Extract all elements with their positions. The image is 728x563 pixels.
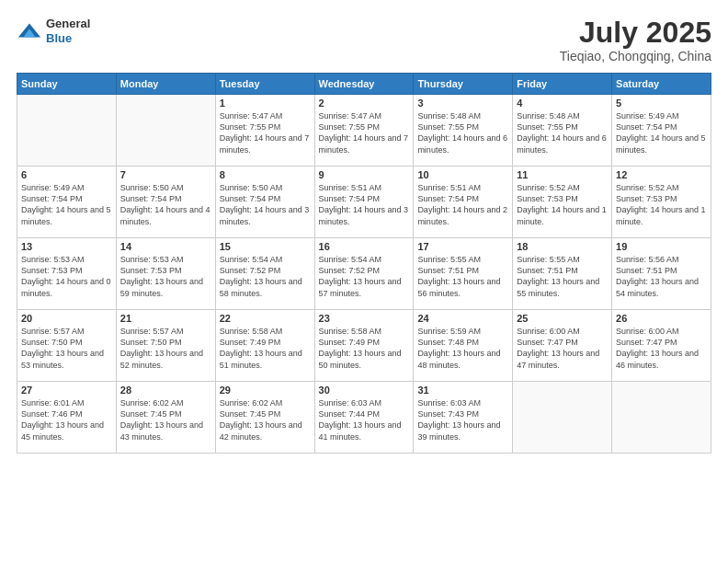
day-number: 26 [616, 313, 707, 324]
weekday-header: Friday [513, 74, 612, 95]
header-row: SundayMondayTuesdayWednesdayThursdayFrid… [17, 74, 711, 95]
weekday-header: Tuesday [215, 74, 314, 95]
calendar-cell: 5Sunrise: 5:49 AMSunset: 7:54 PMDaylight… [612, 95, 711, 167]
calendar-cell: 12Sunrise: 5:52 AMSunset: 7:53 PMDayligh… [612, 167, 711, 238]
main-title: July 2025 [560, 17, 711, 49]
day-info: Sunrise: 6:02 AMSunset: 7:45 PMDaylight:… [220, 397, 311, 442]
calendar-cell: 6Sunrise: 5:49 AMSunset: 7:54 PMDaylight… [17, 167, 117, 238]
weekday-header: Wednesday [314, 74, 414, 95]
day-number: 19 [616, 241, 707, 252]
day-number: 14 [120, 241, 211, 252]
day-info: Sunrise: 5:59 AMSunset: 7:48 PMDaylight:… [417, 326, 508, 371]
day-info: Sunrise: 6:00 AMSunset: 7:47 PMDaylight:… [616, 326, 707, 371]
day-number: 10 [417, 169, 508, 180]
weekday-header: Saturday [612, 74, 711, 95]
day-number: 9 [319, 169, 410, 180]
calendar-cell: 4Sunrise: 5:48 AMSunset: 7:55 PMDaylight… [513, 95, 612, 167]
calendar-cell: 14Sunrise: 5:53 AMSunset: 7:53 PMDayligh… [116, 238, 215, 310]
week-row: 20Sunrise: 5:57 AMSunset: 7:50 PMDayligh… [17, 310, 711, 382]
calendar-cell: 19Sunrise: 5:56 AMSunset: 7:51 PMDayligh… [612, 238, 711, 310]
calendar-cell: 2Sunrise: 5:47 AMSunset: 7:55 PMDaylight… [314, 95, 414, 167]
calendar-cell: 26Sunrise: 6:00 AMSunset: 7:47 PMDayligh… [612, 310, 711, 382]
day-number: 16 [319, 241, 410, 252]
calendar-cell: 22Sunrise: 5:58 AMSunset: 7:49 PMDayligh… [215, 310, 314, 382]
day-number: 21 [120, 313, 211, 324]
day-info: Sunrise: 6:03 AMSunset: 7:43 PMDaylight:… [417, 397, 508, 442]
weekday-header: Monday [116, 74, 215, 95]
day-info: Sunrise: 6:02 AMSunset: 7:45 PMDaylight:… [120, 397, 211, 442]
day-number: 11 [517, 169, 608, 180]
logo-text: General Blue [46, 17, 90, 45]
day-info: Sunrise: 5:51 AMSunset: 7:54 PMDaylight:… [319, 182, 410, 227]
calendar-cell [116, 95, 215, 167]
day-info: Sunrise: 5:48 AMSunset: 7:55 PMDaylight:… [517, 110, 608, 155]
logo-icon [17, 18, 42, 44]
day-info: Sunrise: 5:56 AMSunset: 7:51 PMDaylight:… [616, 254, 707, 299]
day-number: 24 [417, 313, 508, 324]
calendar-cell: 30Sunrise: 6:03 AMSunset: 7:44 PMDayligh… [314, 382, 414, 454]
day-info: Sunrise: 5:55 AMSunset: 7:51 PMDaylight:… [417, 254, 508, 299]
day-number: 3 [417, 98, 508, 109]
day-number: 31 [417, 385, 508, 396]
day-number: 30 [319, 385, 410, 396]
day-info: Sunrise: 5:53 AMSunset: 7:53 PMDaylight:… [120, 254, 211, 299]
calendar-cell: 8Sunrise: 5:50 AMSunset: 7:54 PMDaylight… [215, 167, 314, 238]
day-number: 2 [319, 98, 410, 109]
day-number: 13 [21, 241, 112, 252]
day-number: 18 [517, 241, 608, 252]
day-info: Sunrise: 5:49 AMSunset: 7:54 PMDaylight:… [21, 182, 112, 227]
calendar-cell: 1Sunrise: 5:47 AMSunset: 7:55 PMDaylight… [215, 95, 314, 167]
calendar-cell: 27Sunrise: 6:01 AMSunset: 7:46 PMDayligh… [17, 382, 117, 454]
week-row: 1Sunrise: 5:47 AMSunset: 7:55 PMDaylight… [17, 95, 711, 167]
day-info: Sunrise: 6:03 AMSunset: 7:44 PMDaylight:… [319, 397, 410, 442]
day-number: 25 [517, 313, 608, 324]
day-info: Sunrise: 5:55 AMSunset: 7:51 PMDaylight:… [517, 254, 608, 299]
calendar-cell: 15Sunrise: 5:54 AMSunset: 7:52 PMDayligh… [215, 238, 314, 310]
day-info: Sunrise: 5:57 AMSunset: 7:50 PMDaylight:… [120, 326, 211, 371]
day-number: 20 [21, 313, 112, 324]
day-info: Sunrise: 5:58 AMSunset: 7:49 PMDaylight:… [319, 326, 410, 371]
day-info: Sunrise: 5:52 AMSunset: 7:53 PMDaylight:… [616, 182, 707, 227]
calendar-cell: 10Sunrise: 5:51 AMSunset: 7:54 PMDayligh… [414, 167, 513, 238]
day-number: 7 [120, 169, 211, 180]
day-number: 17 [417, 241, 508, 252]
day-number: 15 [220, 241, 311, 252]
subtitle: Tieqiao, Chongqing, China [560, 49, 711, 63]
calendar-cell [513, 382, 612, 454]
day-info: Sunrise: 6:01 AMSunset: 7:46 PMDaylight:… [21, 397, 112, 442]
day-number: 8 [220, 169, 311, 180]
day-number: 22 [220, 313, 311, 324]
day-number: 4 [517, 98, 608, 109]
calendar-cell: 28Sunrise: 6:02 AMSunset: 7:45 PMDayligh… [116, 382, 215, 454]
calendar-cell: 3Sunrise: 5:48 AMSunset: 7:55 PMDaylight… [414, 95, 513, 167]
day-info: Sunrise: 5:47 AMSunset: 7:55 PMDaylight:… [220, 110, 311, 155]
calendar-cell: 20Sunrise: 5:57 AMSunset: 7:50 PMDayligh… [17, 310, 117, 382]
calendar-cell: 23Sunrise: 5:58 AMSunset: 7:49 PMDayligh… [314, 310, 414, 382]
calendar-cell: 25Sunrise: 6:00 AMSunset: 7:47 PMDayligh… [513, 310, 612, 382]
day-info: Sunrise: 5:57 AMSunset: 7:50 PMDaylight:… [21, 326, 112, 371]
calendar-cell [17, 95, 117, 167]
calendar-cell: 7Sunrise: 5:50 AMSunset: 7:54 PMDaylight… [116, 167, 215, 238]
calendar-cell: 18Sunrise: 5:55 AMSunset: 7:51 PMDayligh… [513, 238, 612, 310]
calendar-cell: 24Sunrise: 5:59 AMSunset: 7:48 PMDayligh… [414, 310, 513, 382]
day-number: 1 [220, 98, 311, 109]
day-info: Sunrise: 5:54 AMSunset: 7:52 PMDaylight:… [220, 254, 311, 299]
day-number: 5 [616, 98, 707, 109]
day-number: 27 [21, 385, 112, 396]
day-info: Sunrise: 5:49 AMSunset: 7:54 PMDaylight:… [616, 110, 707, 155]
day-info: Sunrise: 5:47 AMSunset: 7:55 PMDaylight:… [319, 110, 410, 155]
week-row: 6Sunrise: 5:49 AMSunset: 7:54 PMDaylight… [17, 167, 711, 238]
day-info: Sunrise: 5:54 AMSunset: 7:52 PMDaylight:… [319, 254, 410, 299]
week-row: 27Sunrise: 6:01 AMSunset: 7:46 PMDayligh… [17, 382, 711, 454]
calendar-table: SundayMondayTuesdayWednesdayThursdayFrid… [17, 73, 711, 454]
logo: General Blue [17, 17, 90, 45]
header: General Blue July 2025 Tieqiao, Chongqin… [17, 17, 711, 63]
calendar-cell: 21Sunrise: 5:57 AMSunset: 7:50 PMDayligh… [116, 310, 215, 382]
day-number: 29 [220, 385, 311, 396]
calendar-cell: 9Sunrise: 5:51 AMSunset: 7:54 PMDaylight… [314, 167, 414, 238]
calendar-cell: 17Sunrise: 5:55 AMSunset: 7:51 PMDayligh… [414, 238, 513, 310]
day-info: Sunrise: 5:51 AMSunset: 7:54 PMDaylight:… [417, 182, 508, 227]
weekday-header: Thursday [414, 74, 513, 95]
calendar-cell [612, 382, 711, 454]
day-info: Sunrise: 5:48 AMSunset: 7:55 PMDaylight:… [417, 110, 508, 155]
